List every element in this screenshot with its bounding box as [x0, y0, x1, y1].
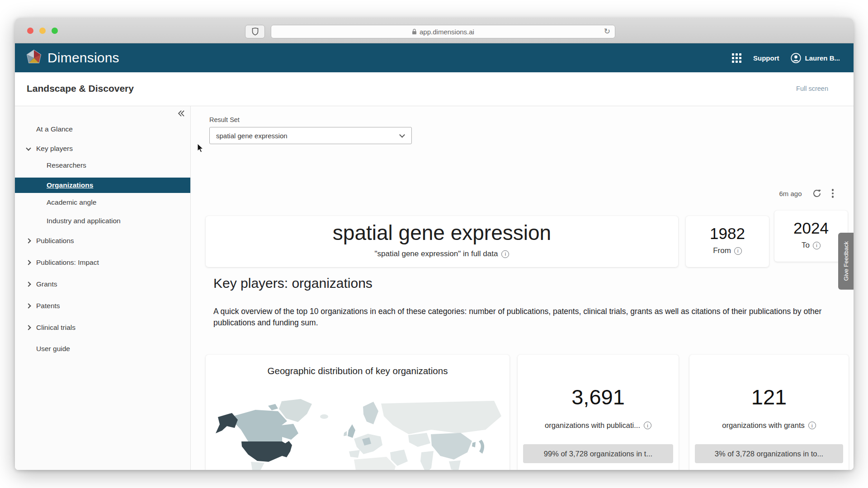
dimensions-logo-icon — [25, 49, 43, 67]
info-icon[interactable] — [808, 422, 816, 429]
map-card-title: Geographic distribution of key organizat… — [206, 366, 509, 376]
url-text: app.dimensions.ai — [420, 28, 474, 36]
stat-footnote: 3% of 3,728 organizations in to... — [695, 444, 843, 463]
stat-footnote: 99% of 3,728 organizations in t... — [523, 444, 673, 463]
sidebar-item-user-guide[interactable]: User guide — [15, 345, 190, 353]
year-from-label: From — [713, 246, 731, 255]
browser-window: app.dimensions.ai ↻ Dimensions — [15, 18, 854, 470]
page-title-bar: Landscape & Discovery Full screen — [15, 72, 854, 106]
sidebar-item-label: At a Glance — [36, 125, 73, 133]
sidebar-item-publications-impact[interactable]: Publications: Impact — [15, 258, 190, 267]
stat-card-publications: 3,691 organizations with publicati... 99… — [518, 355, 679, 470]
brand-name: Dimensions — [47, 50, 119, 66]
year-from-card[interactable]: 1982 From — [686, 216, 769, 267]
minimize-window-button[interactable] — [39, 28, 46, 34]
mouse-cursor — [197, 143, 204, 153]
sidebar-item-label: Clinical trials — [36, 324, 75, 332]
traffic-lights — [27, 28, 58, 34]
refresh-row: 6m ago — [779, 188, 834, 198]
info-icon[interactable] — [734, 247, 742, 255]
fullscreen-link[interactable]: Full screen — [796, 85, 828, 92]
support-link[interactable]: Support — [753, 54, 779, 62]
sidebar-item-organizations-selected[interactable]: Organizations — [15, 178, 190, 193]
info-icon[interactable] — [813, 242, 821, 249]
refresh-icon[interactable] — [812, 188, 822, 198]
sidebar-item-academic-angle[interactable]: Academic angle — [15, 198, 190, 206]
last-updated-text: 6m ago — [779, 190, 802, 197]
section-heading: Key players: organizations — [213, 276, 373, 291]
more-options-icon[interactable] — [832, 189, 834, 198]
privacy-shield-button[interactable] — [245, 25, 265, 38]
give-feedback-label: Give Feedback — [843, 241, 849, 281]
header-right-cluster: Support Lauren B... — [732, 53, 840, 63]
sidebar-item-grants[interactable]: Grants — [15, 280, 190, 288]
avatar-icon — [791, 53, 801, 63]
info-icon[interactable] — [501, 250, 509, 258]
sidebar-item-publications[interactable]: Publications — [15, 237, 190, 245]
world-map[interactable] — [214, 398, 503, 470]
stat-label: organizations with grants — [722, 421, 805, 430]
page-title: Landscape & Discovery — [27, 83, 134, 94]
close-window-button[interactable] — [27, 28, 33, 34]
chevron-right-icon — [26, 303, 31, 308]
chevron-down-icon — [26, 145, 31, 150]
result-set-dropdown[interactable]: spatial gene expression — [209, 127, 412, 144]
lock-icon — [412, 28, 417, 35]
chevron-right-icon — [26, 282, 31, 286]
browser-chrome: app.dimensions.ai ↻ — [15, 18, 854, 43]
sidebar-item-industry-and-application[interactable]: Industry and application — [15, 217, 190, 225]
main-content: Result Set spatial gene expression 6m ag… — [191, 106, 854, 470]
chevron-right-icon — [26, 325, 31, 330]
result-set-value: spatial gene expression — [216, 132, 288, 140]
shield-icon — [252, 28, 259, 36]
stat-card-grants: 121 organizations with grants 3% of 3,72… — [689, 355, 849, 470]
screenshot-canvas: app.dimensions.ai ↻ Dimensions — [0, 0, 868, 488]
sidebar-item-researchers[interactable]: Researchers — [15, 161, 190, 169]
section-description: A quick overview of the top 10 organizat… — [213, 306, 834, 328]
chevron-right-icon — [26, 238, 31, 243]
sidebar-item-label: Publications — [36, 237, 74, 245]
sidebar-item-label: Key players — [36, 145, 73, 153]
sidebar-item-label: Patents — [36, 302, 60, 310]
year-to-card[interactable]: 2024 To — [774, 211, 848, 262]
query-summary-card: spatial gene expression "spatial gene ex… — [206, 216, 678, 267]
chevron-down-icon — [399, 132, 405, 138]
stat-value: 121 — [689, 385, 849, 409]
sidebar-item-at-a-glance[interactable]: At a Glance — [15, 125, 190, 133]
apps-grid-icon[interactable] — [732, 53, 741, 63]
app-header: Dimensions Support Lauren B... — [15, 43, 854, 72]
sidebar-item-label: Researchers — [47, 161, 86, 169]
sidebar-item-label: Organizations — [47, 181, 93, 189]
year-from-value: 1982 — [686, 225, 769, 243]
geo-distribution-card: Geographic distribution of key organizat… — [206, 355, 509, 470]
address-bar[interactable]: app.dimensions.ai ↻ — [271, 25, 615, 38]
sidebar-item-patents[interactable]: Patents — [15, 302, 190, 310]
stat-label: organizations with publicati... — [545, 421, 640, 430]
chevron-right-icon — [26, 260, 31, 265]
stat-value: 3,691 — [518, 385, 679, 409]
query-title: spatial gene expression — [206, 221, 678, 245]
zoom-window-button[interactable] — [52, 28, 58, 34]
year-to-value: 2024 — [774, 219, 848, 237]
sidebar-item-clinical-trials[interactable]: Clinical trials — [15, 324, 190, 332]
sidebar-item-label: Grants — [36, 280, 57, 288]
brand[interactable]: Dimensions — [25, 49, 119, 67]
page-body: At a Glance Key players Researchers Orga… — [15, 106, 854, 470]
sidebar-item-label: User guide — [36, 345, 70, 353]
reload-icon[interactable]: ↻ — [604, 27, 610, 36]
user-menu[interactable]: Lauren B... — [791, 53, 840, 63]
give-feedback-tab[interactable]: Give Feedback — [838, 233, 854, 290]
query-subtitle: "spatial gene expression" in full data — [375, 249, 498, 258]
info-icon[interactable] — [644, 422, 651, 429]
sidebar-item-label: Industry and application — [47, 217, 121, 225]
sidebar-item-label: Academic angle — [47, 198, 96, 206]
sidebar-item-label: Publications: Impact — [36, 258, 99, 267]
year-to-label: To — [802, 241, 810, 250]
sidebar: At a Glance Key players Researchers Orga… — [15, 106, 191, 470]
result-set-label: Result Set — [209, 116, 240, 123]
user-name: Lauren B... — [805, 54, 840, 62]
sidebar-item-key-players[interactable]: Key players — [15, 145, 190, 153]
collapse-sidebar-icon[interactable] — [177, 109, 186, 118]
